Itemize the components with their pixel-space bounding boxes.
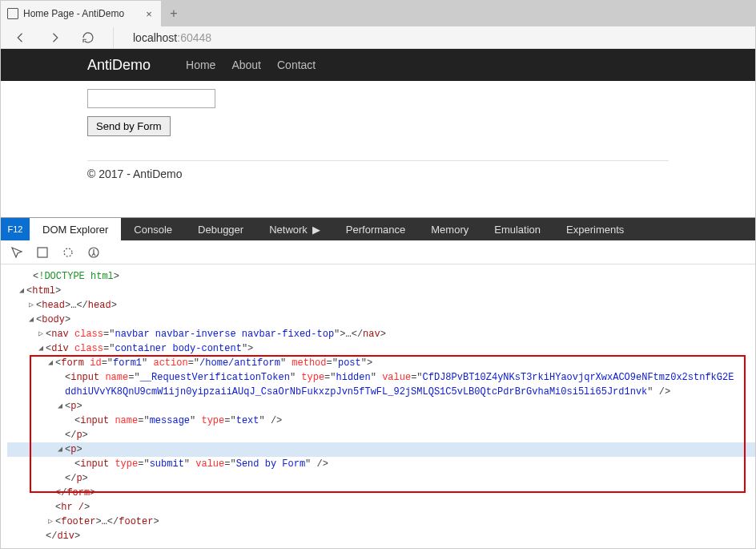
nav-contact[interactable]: Contact [277, 59, 316, 71]
ellipsis: … [346, 329, 352, 340]
head-close: head [88, 300, 111, 311]
attr-name: action [153, 357, 187, 369]
url-host: localhost [133, 31, 177, 44]
hr-tag: hr / [61, 502, 84, 513]
attr-value: text [236, 415, 259, 426]
send-by-form-button[interactable]: Send by Form [87, 116, 171, 136]
tab-experiments[interactable]: Experiments [553, 218, 637, 240]
body-tag: body [42, 314, 65, 325]
nav-home[interactable]: Home [186, 59, 215, 71]
twist-icon[interactable]: ◢ [55, 442, 65, 457]
browser-window: Home Page - AntiDemo × + localhost:60448… [0, 0, 756, 549]
nav-about[interactable]: About [231, 59, 261, 71]
attr-name: value [195, 458, 224, 470]
page-body: Send by Form © 2017 - AntiDemo [1, 81, 755, 180]
attr-value: form1 [113, 357, 142, 369]
attr-name: type [115, 458, 138, 470]
attr-value: Send by Form [236, 458, 305, 470]
nav-close: nav [363, 329, 380, 340]
footer-divider [87, 160, 669, 161]
attr-value: navbar navbar-inverse navbar-fixed-top [115, 329, 334, 340]
input-tag: input [80, 458, 109, 470]
attr-name: method [292, 357, 326, 369]
form-close: form [66, 487, 90, 499]
tab-dom-explorer[interactable]: DOM Explorer [30, 218, 121, 240]
footer-text: © 2017 - AntiDemo [87, 168, 669, 180]
address-bar: localhost:60448 [1, 26, 755, 49]
head-tag: head [42, 300, 65, 311]
brand[interactable]: AntiDemo [87, 57, 151, 74]
tab-console[interactable]: Console [121, 218, 185, 240]
tab-network-label: Network [269, 224, 308, 236]
new-tab-button[interactable]: + [161, 1, 187, 26]
dom-tree[interactable]: <<!DOCTYPE html>!DOCTYPE html> ◢<html> ▷… [1, 264, 755, 548]
attr-name: class [74, 343, 103, 354]
attr-value: /home/antiform [199, 357, 280, 369]
devtools: F12 DOM Explorer Console Debugger Networ… [1, 217, 755, 548]
footer-tag: footer [61, 516, 95, 527]
devtools-tabs: F12 DOM Explorer Console Debugger Networ… [1, 218, 755, 240]
attr-name: name [115, 415, 138, 426]
twist-icon[interactable]: ◢ [26, 313, 36, 327]
attr-value: container body-content [115, 343, 241, 354]
attr-name: type [301, 372, 324, 383]
color-picker-icon[interactable] [62, 246, 74, 259]
selected-row[interactable]: ◢<p> [7, 442, 755, 457]
separator [113, 27, 114, 48]
input-tag: input [80, 415, 109, 426]
form-tag: form [61, 357, 84, 369]
site-navbar: AntiDemo Home About Contact [1, 49, 755, 81]
svg-rect-0 [38, 248, 47, 257]
close-icon[interactable]: × [143, 8, 155, 20]
url-field[interactable]: localhost:60448 [133, 31, 211, 44]
twist-icon[interactable]: ▷ [36, 327, 46, 341]
f12-badge: F12 [1, 218, 30, 240]
input-tag: input [70, 372, 99, 383]
url-port: :60448 [177, 31, 211, 44]
twist-icon[interactable]: ◢ [46, 356, 55, 370]
attr-value: hidden [336, 372, 371, 383]
attr-value: post [338, 357, 361, 369]
twist-icon[interactable]: ▷ [26, 298, 36, 313]
refresh-button[interactable] [79, 29, 97, 46]
highlight-icon[interactable] [36, 246, 49, 259]
twist-icon[interactable]: ◢ [55, 399, 65, 414]
tab-network[interactable]: Network▶ [256, 218, 333, 240]
svg-point-1 [64, 248, 72, 256]
attr-value: message [150, 415, 190, 426]
tab-title: Home Page - AntiDemo [23, 8, 139, 19]
twist-icon[interactable]: ▷ [46, 515, 55, 529]
back-button[interactable] [12, 29, 30, 46]
forward-button[interactable] [46, 29, 63, 46]
div-close: div [57, 531, 74, 542]
attr-value: submit [150, 458, 184, 470]
play-icon: ▶ [312, 224, 320, 236]
footer-close: footer [119, 516, 153, 527]
tab-debugger[interactable]: Debugger [185, 218, 256, 240]
page-viewport: AntiDemo Home About Contact Send by Form… [1, 49, 755, 217]
div-tag: div [51, 343, 69, 354]
twist-icon[interactable]: ◢ [17, 284, 26, 298]
browser-tab[interactable]: Home Page - AntiDemo × [1, 1, 161, 26]
tab-memory[interactable]: Memory [418, 218, 481, 240]
attr-value: __RequestVerificationToken [140, 372, 290, 383]
page-icon [7, 8, 18, 19]
tab-performance[interactable]: Performance [333, 218, 418, 240]
attr-name: type [201, 415, 224, 426]
attr-name: class [74, 329, 103, 340]
html-tag: html [32, 285, 55, 297]
attr-name: id [90, 357, 101, 369]
devtools-toolbar [1, 240, 755, 264]
tab-strip: Home Page - AntiDemo × + [1, 1, 755, 26]
twist-icon[interactable]: ◢ [36, 341, 46, 356]
select-element-icon[interactable] [10, 246, 23, 259]
p-close: p [76, 473, 82, 484]
tab-emulation[interactable]: Emulation [481, 218, 553, 240]
attr-name: name [105, 372, 128, 383]
attr-name: value [382, 372, 411, 383]
ellipsis: … [102, 516, 107, 527]
accessibility-icon[interactable] [87, 246, 100, 259]
message-input[interactable] [87, 89, 215, 108]
p-close: p [76, 430, 82, 441]
nav-tag: nav [51, 329, 69, 340]
